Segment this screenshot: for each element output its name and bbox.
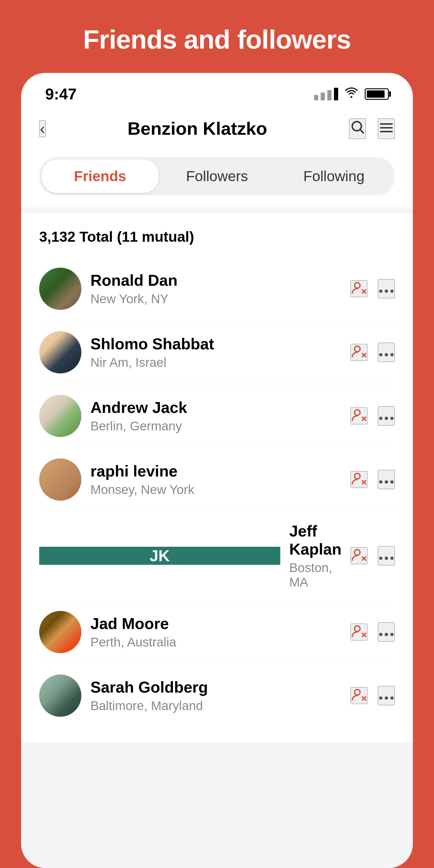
- friend-actions: [350, 686, 395, 705]
- more-options-button[interactable]: [378, 343, 395, 362]
- avatar: [39, 675, 82, 717]
- friend-name: Jad Moore: [90, 615, 341, 632]
- tab-friends[interactable]: Friends: [41, 159, 158, 193]
- friend-info: raphi levine Monsey, New York: [90, 462, 341, 497]
- phone-container: 9:47 ‹ Benzion Klatzko: [21, 73, 413, 868]
- svg-point-23: [354, 473, 360, 479]
- more-options-button[interactable]: [378, 470, 395, 489]
- list-item: Jad Moore Perth, Australia: [39, 600, 395, 664]
- svg-point-45: [384, 696, 388, 700]
- friend-location: Berlin, Germany: [90, 419, 341, 433]
- app-bar-actions: [349, 119, 395, 139]
- svg-point-46: [390, 696, 394, 700]
- search-button[interactable]: [349, 119, 366, 139]
- friend-actions: [350, 406, 395, 426]
- remove-friend-button[interactable]: [350, 344, 367, 361]
- svg-point-34: [390, 556, 394, 560]
- menu-button[interactable]: [378, 119, 395, 139]
- wifi-icon: [344, 86, 359, 102]
- list-item: Sarah Goldberg Baltimore, Maryland: [39, 664, 395, 727]
- friend-location: Perth, Australia: [90, 635, 341, 650]
- svg-point-29: [354, 550, 360, 555]
- tab-following[interactable]: Following: [276, 159, 393, 193]
- svg-point-20: [379, 416, 382, 420]
- avatar: JK: [39, 547, 280, 565]
- remove-friend-button[interactable]: [350, 280, 367, 297]
- avatar: [39, 395, 82, 437]
- remove-friend-button[interactable]: [350, 687, 367, 704]
- friend-name: Andrew Jack: [90, 398, 341, 416]
- avatar: [39, 611, 82, 653]
- app-bar: ‹ Benzion Klatzko: [21, 109, 413, 151]
- remove-friend-button[interactable]: [350, 471, 367, 488]
- more-options-button[interactable]: [378, 686, 395, 705]
- signal-icon: [314, 88, 338, 100]
- friend-name: Sarah Goldberg: [90, 678, 341, 696]
- svg-point-11: [354, 346, 360, 352]
- svg-point-21: [384, 416, 388, 420]
- list-item: Shlomo Shabbat Nir Am, Israel: [39, 321, 395, 384]
- content-area: 3,132 Total (11 mutual) Ronald Dan New Y…: [21, 213, 413, 742]
- svg-point-5: [354, 283, 360, 288]
- remove-friend-button[interactable]: [350, 407, 367, 424]
- svg-point-40: [390, 632, 394, 636]
- friend-info: Jeff Kaplan Boston, MA: [289, 522, 341, 590]
- svg-point-8: [379, 289, 382, 293]
- friend-location: Monsey, New York: [90, 483, 341, 497]
- friend-location: Baltimore, Maryland: [90, 699, 341, 713]
- page-title: Friends and followers: [12, 24, 422, 55]
- remove-friend-button[interactable]: [350, 547, 367, 564]
- friend-info: Jad Moore Perth, Australia: [90, 615, 341, 650]
- svg-point-26: [379, 480, 382, 484]
- friend-name: raphi levine: [90, 462, 341, 480]
- more-options-button[interactable]: [378, 622, 395, 642]
- svg-point-10: [390, 289, 394, 293]
- svg-point-32: [379, 556, 382, 560]
- tabs: Friends Followers Following: [39, 157, 395, 195]
- svg-point-33: [384, 556, 388, 560]
- svg-point-22: [390, 416, 394, 420]
- status-bar: 9:47: [21, 73, 413, 109]
- tabs-container: Friends Followers Following: [21, 151, 413, 207]
- friends-list: Ronald Dan New York, NY: [39, 257, 395, 727]
- friend-actions: [350, 622, 395, 642]
- avatar: [39, 331, 82, 373]
- friend-actions: [350, 546, 395, 565]
- friend-info: Shlomo Shabbat Nir Am, Israel: [90, 335, 341, 370]
- list-item: Andrew Jack Berlin, Germany: [39, 384, 395, 448]
- svg-point-44: [379, 696, 382, 700]
- back-button[interactable]: ‹: [39, 120, 45, 137]
- app-bar-title: Benzion Klatzko: [55, 118, 340, 139]
- page-header: Friends and followers: [0, 0, 434, 73]
- friend-name: Jeff Kaplan: [289, 522, 341, 558]
- list-item: Ronald Dan New York, NY: [39, 257, 395, 321]
- svg-point-9: [384, 289, 388, 293]
- friend-name: Shlomo Shabbat: [90, 335, 341, 353]
- friend-info: Sarah Goldberg Baltimore, Maryland: [90, 678, 341, 713]
- friend-name: Ronald Dan: [90, 271, 341, 289]
- remove-friend-button[interactable]: [350, 624, 367, 641]
- status-icons: [314, 86, 389, 102]
- tab-followers[interactable]: Followers: [158, 159, 276, 193]
- friend-location: Nir Am, Israel: [90, 355, 341, 370]
- avatar: [39, 268, 82, 310]
- svg-point-15: [384, 353, 388, 356]
- friend-location: Boston, MA: [289, 561, 341, 590]
- battery-icon: [365, 88, 389, 100]
- total-count: 3,132 Total (11 mutual): [39, 228, 395, 245]
- svg-point-35: [354, 626, 360, 632]
- list-item: JK Jeff Kaplan Boston, MA: [39, 512, 395, 600]
- more-options-button[interactable]: [378, 279, 395, 299]
- svg-point-39: [384, 632, 388, 636]
- friend-info: Ronald Dan New York, NY: [90, 271, 341, 306]
- list-item: raphi levine Monsey, New York: [39, 448, 395, 512]
- friend-actions: [350, 279, 395, 299]
- friend-actions: [350, 343, 395, 362]
- status-time: 9:47: [45, 85, 76, 103]
- avatar: [39, 458, 82, 501]
- more-options-button[interactable]: [378, 546, 395, 565]
- friend-info: Andrew Jack Berlin, Germany: [90, 398, 341, 433]
- svg-point-17: [354, 410, 360, 415]
- more-options-button[interactable]: [378, 406, 395, 426]
- svg-point-41: [354, 689, 360, 695]
